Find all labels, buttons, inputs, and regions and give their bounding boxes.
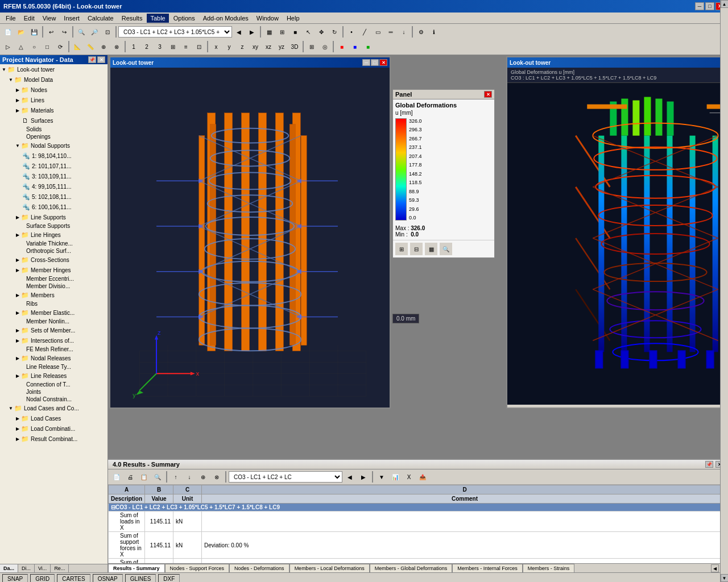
tb2-16[interactable]: x — [210, 40, 222, 53]
menu-calculate[interactable]: Calculate — [84, 14, 117, 23]
tree-line-releases[interactable]: ▶ 📁 Line Releases — [0, 371, 107, 381]
tab-scroll-left[interactable]: ◀ — [711, 564, 719, 572]
results-combo[interactable]: CO3 - LC1 + LC2 + LC — [229, 471, 342, 483]
panel-btn-1[interactable]: ⊞ — [395, 243, 408, 255]
tree-surface-supports[interactable]: Surface Supports — [0, 222, 107, 230]
tb-settings[interactable]: ⚙ — [415, 26, 427, 38]
rtb-next[interactable]: ▶ — [357, 471, 370, 483]
menu-insert[interactable]: Insert — [60, 14, 83, 23]
tb-render[interactable]: ▦ — [263, 26, 275, 38]
tree-fe-mesh[interactable]: FE Mesh Refiner... — [0, 346, 107, 353]
tree-surfaces[interactable]: 🗋 Surfaces — [0, 115, 107, 126]
tree-intersections[interactable]: ▶ 📁 Intersections of... — [0, 335, 107, 346]
tree-root[interactable]: ▼ 📁 Look-out tower — [0, 64, 107, 74]
tb-select[interactable]: ↖ — [302, 26, 315, 38]
tree-openings[interactable]: Openings — [0, 133, 107, 140]
tree-member-elastic[interactable]: ▶ 📁 Member Elastic... — [0, 307, 107, 318]
mdi-close-left[interactable]: ✕ — [379, 59, 387, 66]
tree-support-5[interactable]: 🔩 5: 102,108,11... — [0, 192, 107, 202]
tab-members-strains[interactable]: Members - Strains — [523, 564, 575, 572]
tb2-8[interactable]: ⊕ — [97, 40, 110, 53]
tree-member-eccentricity[interactable]: Member Eccentri... — [0, 275, 107, 282]
tree-support-6[interactable]: 🔩 6: 100,106,11... — [0, 202, 107, 212]
tree-support-1[interactable]: 🔩 1: 98,104,110... — [0, 151, 107, 161]
tb-nav-next[interactable]: ▶ — [246, 26, 258, 38]
menu-table[interactable]: Table — [147, 14, 168, 23]
rtb-4[interactable]: 🔍 — [151, 471, 164, 483]
menu-options[interactable]: Options — [170, 14, 198, 23]
tb2-10[interactable]: 1 — [127, 40, 140, 53]
rtb-5[interactable]: ↑ — [169, 471, 182, 483]
tree-nodes[interactable]: ▶ 📁 Nodes — [0, 85, 107, 95]
rtb-filter[interactable]: ▼ — [375, 471, 388, 483]
tb-line[interactable]: ╱ — [358, 26, 371, 38]
tb2-22[interactable]: 3D — [288, 40, 301, 53]
tb-undo[interactable]: ↩ — [45, 26, 57, 38]
tree-line-hinges[interactable]: ▶ 📁 Line Hinges — [0, 230, 107, 240]
tb2-5[interactable]: ⟳ — [54, 40, 67, 53]
menu-view[interactable]: View — [39, 14, 60, 23]
tree-line-release-type[interactable]: Line Release Ty... — [0, 363, 107, 371]
tb2-14[interactable]: ≡ — [180, 40, 192, 53]
rtb-2[interactable]: 🖨 — [124, 471, 136, 483]
panel-close[interactable]: ✕ — [484, 91, 492, 98]
tb2-11[interactable]: 2 — [140, 40, 153, 53]
tb-nav-prev[interactable]: ◀ — [233, 26, 245, 38]
tree-ribs[interactable]: Ribs — [0, 300, 107, 307]
tb2-color1[interactable]: ■ — [336, 40, 348, 53]
tb-fit[interactable]: ⊡ — [101, 26, 114, 38]
menu-edit[interactable]: Edit — [20, 14, 38, 23]
tb-zoom-in[interactable]: 🔍 — [75, 26, 88, 38]
tb2-18[interactable]: z — [236, 40, 249, 53]
tb-wire[interactable]: ⊞ — [276, 26, 288, 38]
tree-line-supports[interactable]: ▶ 📁 Line Supports — [0, 212, 107, 222]
tb-open[interactable]: 📂 — [15, 26, 27, 38]
table-scrollbar[interactable]: ▲ ▼ — [720, 485, 728, 563]
tb-rotate[interactable]: ↻ — [328, 26, 341, 38]
tree-solids[interactable]: Solids — [0, 126, 107, 133]
tab-results-summary[interactable]: Results - Summary — [108, 564, 165, 572]
tree-member-hinges[interactable]: ▶ 📁 Member Hinges — [0, 265, 107, 275]
minimize-button[interactable]: ─ — [695, 2, 704, 10]
sidebar-tab-display[interactable]: Di... — [18, 564, 35, 572]
sidebar-tab-results[interactable]: Re... — [51, 564, 69, 572]
rtb-6[interactable]: ↓ — [183, 471, 196, 483]
tree-ortho[interactable]: Orthotropic Surf... — [0, 247, 107, 255]
tree-support-4[interactable]: 🔩 4: 99,105,111... — [0, 181, 107, 192]
tb-move[interactable]: ✥ — [315, 26, 328, 38]
tree-nodal-supports[interactable]: ▼ 📁 Nodal Supports — [0, 140, 107, 151]
tab-nodes-support[interactable]: Nodes - Support Forces — [165, 564, 230, 572]
tree-support-2[interactable]: 🔩 2: 101,107,11... — [0, 161, 107, 171]
tb2-6[interactable]: 📐 — [71, 40, 84, 53]
tb-solid[interactable]: ■ — [289, 26, 301, 38]
tb2-7[interactable]: 📏 — [84, 40, 97, 53]
tb2-21[interactable]: yz — [275, 40, 288, 53]
rtb-export-excel[interactable]: X — [403, 471, 415, 483]
tb-member[interactable]: ═ — [384, 26, 397, 38]
tb2-color2[interactable]: ■ — [349, 40, 361, 53]
results-pin[interactable]: 📌 — [705, 461, 713, 468]
tab-members-global[interactable]: Members - Global Deformations — [370, 564, 453, 572]
tb2-9[interactable]: ⊗ — [110, 40, 123, 53]
tree-connection[interactable]: Connection of T... — [0, 381, 107, 388]
menu-help[interactable]: Help — [283, 14, 303, 23]
tb2-snap[interactable]: ◎ — [318, 40, 331, 53]
rtb-prev[interactable]: ◀ — [344, 471, 356, 483]
rtb-1[interactable]: 📄 — [110, 471, 123, 483]
menu-results[interactable]: Results — [118, 14, 146, 23]
panel-btn-3[interactable]: ▦ — [425, 243, 437, 255]
tree-materials[interactable]: ▶ 📁 Materials — [0, 105, 107, 115]
tab-members-local[interactable]: Members - Local Deformations — [289, 564, 370, 572]
tb2-15[interactable]: ⊡ — [193, 40, 205, 53]
status-osnap[interactable]: OSNAP — [93, 574, 123, 582]
rtb-3[interactable]: 📋 — [138, 471, 150, 483]
tb2-1[interactable]: ▷ — [2, 40, 14, 53]
tree-model-data[interactable]: ▼ 📁 Model Data — [0, 74, 107, 85]
panel-btn-2[interactable]: ⊟ — [410, 243, 423, 255]
tree-joints[interactable]: Joints — [0, 388, 107, 396]
tb-load[interactable]: ↓ — [398, 26, 410, 38]
tb2-color3[interactable]: ■ — [362, 40, 374, 53]
sidebar-tab-view[interactable]: Vi... — [35, 564, 51, 572]
tab-nodes-deform[interactable]: Nodes - Deformations — [229, 564, 289, 572]
status-snap[interactable]: SNAP — [2, 574, 28, 582]
